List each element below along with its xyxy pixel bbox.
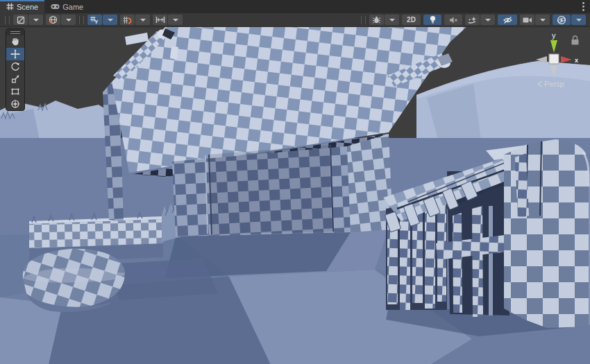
hand-icon [10, 37, 20, 46]
tab-game-label: Game [62, 3, 83, 11]
scale-icon [10, 74, 20, 84]
lock-icon[interactable] [572, 36, 579, 45]
snap-increment-dropdown[interactable] [168, 15, 183, 25]
x-axis-label: x [575, 57, 578, 64]
window-menu-button[interactable] [577, 0, 590, 13]
handle-rotation-dropdown[interactable] [61, 15, 76, 25]
transform-tool[interactable] [6, 98, 24, 110]
scene-toolbar: Y [0, 13, 590, 27]
grid-y-icon: Y [90, 16, 99, 24]
rotate-tool[interactable] [6, 60, 24, 73]
projection-label[interactable]: Persp [544, 80, 564, 88]
grid-magnet-icon [123, 16, 132, 24]
tools-palette [6, 28, 25, 111]
audio-muted-icon [449, 16, 458, 24]
effects-toggle-dropdown[interactable] [480, 15, 495, 25]
gizmos-toggle-button[interactable] [553, 15, 571, 25]
scene-render[interactable] [0, 27, 590, 364]
move-tool[interactable] [6, 48, 24, 60]
draw-mode-dropdown[interactable] [385, 15, 399, 25]
audio-toggle-button[interactable] [444, 15, 462, 25]
bug-icon [372, 16, 381, 24]
tab-game[interactable]: Game [44, 0, 90, 13]
neg-y-axis-cone[interactable] [550, 66, 557, 77]
neg-x-axis-cone[interactable] [536, 56, 547, 63]
orientation-gizmo[interactable]: y x Persp [529, 31, 587, 98]
mode-2d-button[interactable]: 2D [402, 15, 421, 25]
scene-visibility-button[interactable] [498, 15, 517, 25]
handle-rotation-button[interactable] [46, 15, 60, 25]
svg-text:Y: Y [94, 19, 99, 24]
rect-icon [10, 87, 20, 96]
globe-icon [49, 15, 58, 24]
handle-position-dropdown[interactable] [28, 15, 43, 25]
x-axis-cone[interactable] [561, 56, 572, 63]
snap-to-grid-dropdown[interactable] [135, 15, 150, 25]
gamepad-icon [51, 3, 60, 10]
grid-icon [6, 3, 14, 10]
tab-bar: Scene Game [0, 0, 590, 13]
pivot-icon [17, 16, 25, 24]
persp-chevron-icon [538, 81, 542, 87]
eye-hidden-icon [503, 16, 513, 24]
overlay-grip[interactable] [79, 16, 84, 24]
rotate-icon [10, 62, 20, 71]
unity-scene-view-window: Scene Game [0, 0, 590, 364]
tab-scene[interactable]: Scene [0, 0, 44, 13]
rect-tool[interactable] [6, 85, 24, 98]
stump[interactable] [23, 249, 125, 312]
view-hand-tool[interactable] [6, 35, 24, 48]
handle-position-button[interactable] [13, 15, 28, 25]
move-icon [10, 49, 20, 59]
axis-gizmo-icon [557, 15, 566, 25]
transform-icon [10, 99, 20, 109]
y-axis-label: y [552, 31, 556, 40]
kebab-menu-icon [582, 2, 584, 11]
camera-settings-button[interactable] [520, 15, 534, 25]
draw-mode-button[interactable] [369, 15, 384, 25]
camera-icon [523, 17, 532, 24]
snap-move-icon [155, 16, 165, 24]
effects-icon [468, 16, 477, 24]
grid-visibility-button[interactable]: Y [87, 15, 102, 25]
tools-palette-grip[interactable] [6, 29, 24, 35]
camera-settings-dropdown[interactable] [535, 15, 550, 25]
tab-scene-label: Scene [17, 3, 38, 11]
scale-tool[interactable] [6, 73, 24, 85]
y-axis-cone[interactable] [550, 40, 557, 53]
snap-to-grid-button[interactable] [120, 15, 135, 25]
overlay-grip[interactable] [361, 16, 366, 24]
scene-viewport[interactable]: y x Persp [0, 27, 590, 364]
grid-visibility-dropdown[interactable] [103, 15, 117, 25]
lighting-toggle-button[interactable] [423, 15, 441, 25]
overlay-grip[interactable] [5, 16, 10, 24]
lightbulb-icon [429, 15, 437, 24]
snap-increment-button[interactable] [153, 15, 167, 25]
gizmos-toggle-dropdown[interactable] [571, 15, 586, 25]
gizmo-cube[interactable] [549, 54, 559, 64]
effects-toggle-button[interactable] [465, 15, 480, 25]
